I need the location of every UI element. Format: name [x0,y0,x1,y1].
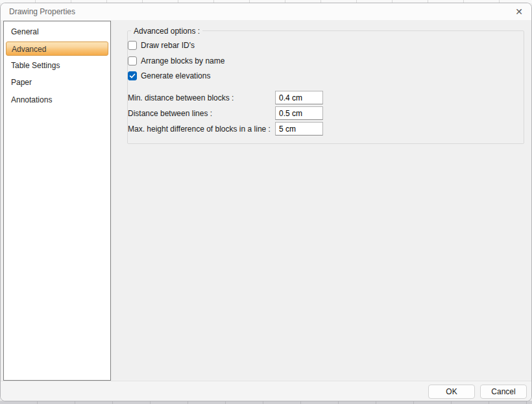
sidebar-item-table-settings[interactable]: Table Settings [4,57,110,75]
checkbox-arrange-blocks[interactable] [128,56,137,65]
checkmark-icon [129,73,136,79]
sidebar-item-annotations[interactable]: Annotations [4,91,110,109]
sidebar-item-paper[interactable]: Paper [4,74,110,91]
checkbox-label: Arrange blocks by name [141,56,224,65]
footer-bar: OK Cancel [1,381,531,401]
min-distance-label: Min. distance between blocks : [128,93,234,103]
dialog-title: Drawing Properties [9,7,75,16]
sidebar-item-general[interactable]: General [4,23,110,41]
sidebar: General Advanced Table Settings Paper An… [3,21,111,381]
checkbox-label: Draw rebar ID's [141,41,195,50]
checkbox-row-arrange-blocks[interactable]: Arrange blocks by name [128,56,224,66]
line-distance-label: Distance between lines : [128,108,212,119]
drawing-properties-dialog: Drawing Properties ✕ General Advanced Ta… [0,3,532,401]
checkbox-draw-rebar-ids[interactable] [128,41,137,50]
title-bar: Drawing Properties ✕ [1,3,531,20]
min-distance-input[interactable] [275,91,323,104]
checkbox-label: Generate elevations [141,71,210,80]
group-title: Advanced options : [131,26,202,36]
checkbox-row-generate-elevations[interactable]: Generate elevations [128,71,210,81]
ok-button[interactable]: OK [428,385,475,399]
checkbox-row-draw-rebar-ids[interactable]: Draw rebar ID's [128,40,195,51]
max-height-diff-label: Max. height difference of blocks in a li… [128,124,271,134]
max-height-diff-input[interactable] [275,122,323,136]
sidebar-item-advanced[interactable]: Advanced [6,42,108,56]
close-icon[interactable]: ✕ [511,5,527,19]
line-distance-input[interactable] [275,106,323,120]
checkbox-generate-elevations[interactable] [128,71,137,80]
cancel-button[interactable]: Cancel [480,385,527,399]
